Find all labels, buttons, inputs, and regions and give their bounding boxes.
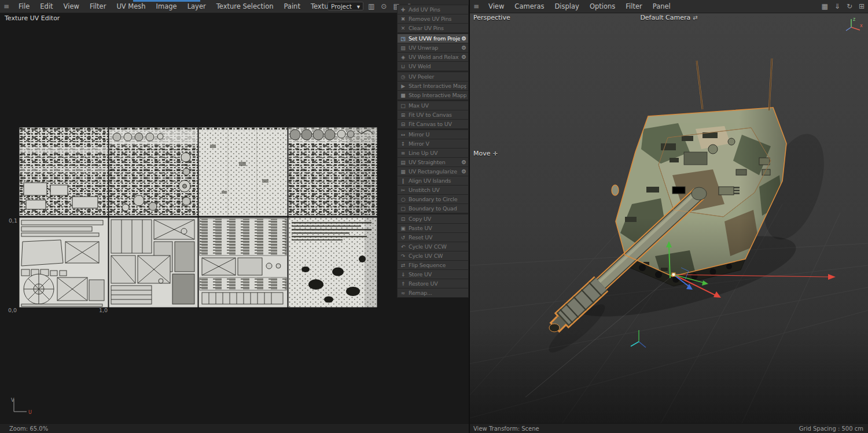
- cmd-uv-weld-and-relax[interactable]: ◈UV Weld and Relax⚙: [398, 53, 468, 61]
- paste-icon: ▣: [399, 225, 407, 231]
- flip-sequence-icon: ⇄: [399, 262, 407, 268]
- gear-icon[interactable]: ⚙: [461, 35, 466, 42]
- v-axis-label: V: [11, 398, 14, 403]
- cmd-align-uv-islands[interactable]: ∥Align UV Islands: [398, 176, 468, 185]
- cmd-boundary-to-quad[interactable]: ▢Boundary to Quad: [398, 204, 468, 213]
- render-view-icon[interactable]: ▦: [821, 2, 827, 10]
- cmd-reset-uv[interactable]: ↺Reset UV: [398, 233, 468, 242]
- history-icon[interactable]: ↻: [847, 2, 852, 10]
- camera-icon: ⇄: [693, 14, 697, 21]
- menu-view[interactable]: View: [58, 2, 84, 10]
- cmd-stop-interactive-mapping[interactable]: ■Stop Interactive Mapping: [398, 91, 468, 99]
- uv-commands-panel: ✚Add UV Pins ✖Remove UV Pins ✕Clear UV P…: [397, 5, 469, 298]
- viewport-scene: [470, 13, 868, 423]
- stop-icon: ■: [399, 92, 407, 98]
- menu-icon[interactable]: ≡: [0, 2, 13, 10]
- camera-label[interactable]: Default Camera⇄: [470, 14, 868, 21]
- cmd-boundary-to-circle[interactable]: ○Boundary to Circle: [398, 195, 468, 203]
- boundary-quad-icon: ▢: [399, 206, 407, 212]
- cmd-copy-uv[interactable]: ⊡Copy UV: [398, 214, 468, 223]
- cycle-ccw-icon: ↶: [399, 244, 407, 250]
- uv-canvas[interactable]: [19, 127, 378, 308]
- menu-vp-view[interactable]: View: [483, 2, 509, 10]
- cmd-max-uv[interactable]: □Max UV: [398, 101, 468, 110]
- menu-image[interactable]: Image: [151, 2, 182, 10]
- gear-icon[interactable]: ⚙: [461, 159, 466, 165]
- menu-layer[interactable]: Layer: [182, 2, 211, 10]
- menu-vp-panel[interactable]: Panel: [648, 2, 676, 10]
- menu-vp-options[interactable]: Options: [584, 2, 620, 10]
- menu-paint[interactable]: Paint: [278, 2, 305, 10]
- menu-vp-display[interactable]: Display: [549, 2, 584, 10]
- uv-tile-5: [19, 217, 108, 308]
- cmd-uv-peeler[interactable]: ◷UV Peeler: [398, 72, 468, 81]
- cmd-uv-unwrap[interactable]: ▨UV Unwrap⚙: [398, 43, 468, 52]
- application-window: ≡ File Edit View Filter UV Mesh Image La…: [0, 0, 868, 433]
- active-tool-label: Move✛: [473, 150, 498, 157]
- gear-icon[interactable]: ⚙: [461, 168, 466, 175]
- cmd-mirror-v[interactable]: ↕Mirror V: [398, 139, 468, 148]
- weld-relax-icon: ◈: [399, 54, 407, 60]
- cmd-add-uv-pins[interactable]: ✚Add UV Pins: [398, 5, 468, 14]
- reset-icon: ↺: [399, 235, 407, 240]
- menu-vp-cameras[interactable]: Cameras: [509, 2, 549, 10]
- uv-coord-1-0: 1,0: [99, 307, 108, 313]
- restore-icon: ⇑: [399, 281, 407, 287]
- remove-uv-pins-icon: ✖: [399, 16, 407, 22]
- gear-icon[interactable]: ⚙: [461, 45, 466, 51]
- cmd-unstitch-uv[interactable]: ✂Unstitch UV: [398, 186, 468, 194]
- cmd-clear-uv-pins[interactable]: ✕Clear UV Pins: [398, 24, 468, 32]
- grid-spacing-label: Grid Spacing : 500 cm: [799, 425, 863, 432]
- cmd-fit-uv-to-canvas[interactable]: ⊞Fit UV to Canvas: [398, 110, 468, 119]
- mirror-u-icon: ↔: [399, 132, 407, 138]
- gear-icon[interactable]: ⚙: [461, 54, 466, 60]
- cmd-start-interactive-mapping[interactable]: ▶Start Interactive Mapping: [398, 82, 468, 90]
- histogram-icon[interactable]: ▥: [368, 2, 374, 10]
- store-icon: ⇓: [399, 272, 407, 277]
- viewport-menubar: ≡ View Cameras Display Options Filter Pa…: [470, 0, 868, 13]
- menu-filter[interactable]: Filter: [84, 2, 111, 10]
- cmd-set-uvw-from-projection[interactable]: ◳Set UVW from Projection⚙: [398, 34, 468, 43]
- play-icon: ▶: [399, 83, 407, 89]
- menu-texture-selection[interactable]: Texture Selection: [211, 2, 279, 10]
- page-title: Texture UV Editor: [5, 14, 60, 22]
- zoom-level: Zoom: 65.0%: [9, 425, 48, 432]
- clear-uv-pins-icon: ✕: [399, 25, 407, 31]
- 3d-viewport[interactable]: Perspective Default Camera⇄ Move✛ z x: [470, 13, 868, 423]
- cmd-cycle-uv-cw[interactable]: ↷Cycle UV CW: [398, 251, 468, 260]
- cmd-paste-uv[interactable]: ▣Paste UV: [398, 224, 468, 232]
- cmd-cycle-uv-ccw[interactable]: ↶Cycle UV CCW: [398, 242, 468, 251]
- cmd-uv-weld[interactable]: ⊔UV Weld: [398, 62, 468, 71]
- uv-tile-3: [198, 127, 288, 216]
- cmd-fit-canvas-to-uv[interactable]: ⊟Fit Canvas to UV: [398, 120, 468, 128]
- project-dropdown[interactable]: Project ▾: [328, 2, 363, 10]
- side-attachment: [612, 185, 619, 195]
- layout-icon[interactable]: ⊞: [859, 2, 865, 10]
- menu-edit[interactable]: Edit: [35, 2, 58, 10]
- uv-tile-8: [288, 217, 377, 308]
- cmd-flip-sequence[interactable]: ⇄Flip Sequence: [398, 261, 468, 269]
- cmd-line-up-uv[interactable]: ≡Line Up UV: [398, 149, 468, 157]
- lock-icon[interactable]: ⊙: [381, 2, 387, 10]
- unwrap-icon: ▨: [399, 45, 407, 51]
- move-tool-icon: ✛: [493, 150, 498, 157]
- menu-file[interactable]: File: [13, 2, 35, 10]
- cmd-store-uv[interactable]: ⇓Store UV: [398, 270, 468, 279]
- cmd-remap[interactable]: ≈Remap...: [398, 288, 468, 297]
- cmd-uv-straighten[interactable]: ▤UV Straighten⚙: [398, 158, 468, 166]
- render-download-icon[interactable]: ⇓: [834, 2, 840, 10]
- menu-uv-mesh[interactable]: UV Mesh: [111, 2, 150, 10]
- menu-vp-filter[interactable]: Filter: [620, 2, 647, 10]
- boundary-circle-icon: ○: [399, 197, 407, 202]
- uv-tile-6: [109, 217, 198, 308]
- axis-x-label: x: [860, 23, 863, 28]
- cmd-mirror-u[interactable]: ↔Mirror U: [398, 130, 468, 139]
- rectangularize-icon: ▦: [399, 169, 407, 175]
- cmd-uv-rectangularize[interactable]: ▦UV Rectangularize⚙: [398, 167, 468, 176]
- straighten-icon: ▤: [399, 160, 407, 165]
- unstitch-icon: ✂: [399, 187, 407, 193]
- cmd-remove-uv-pins[interactable]: ✖Remove UV Pins: [398, 14, 468, 23]
- cmd-restore-uv[interactable]: ⇑Restore UV: [398, 279, 468, 288]
- menu-icon[interactable]: ≡: [470, 2, 483, 10]
- mirror-v-icon: ↕: [399, 141, 407, 147]
